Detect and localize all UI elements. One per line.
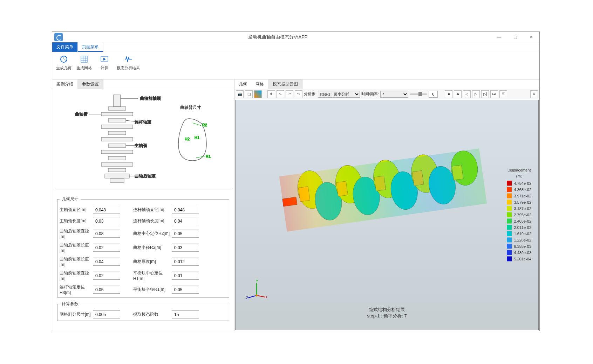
legend-row: 5.201e-04 [507,256,531,262]
geom-input[interactable] [93,217,120,225]
svg-point-48 [255,294,258,296]
compute-button[interactable]: 计算 [96,54,113,71]
svg-text:X: X [266,295,267,299]
geom-label: 曲柄半径R2[m] [133,245,172,251]
geom-input[interactable] [172,286,199,294]
step-select[interactable]: step-1 : 频率分析 [318,91,360,98]
legend-row: 1.619e-02 [507,231,531,237]
next-frame-icon[interactable]: ▷| [481,90,489,98]
geom-input[interactable] [172,258,199,266]
svg-text:Y: Y [256,280,258,283]
svg-rect-1 [81,56,87,62]
legend-value: 8.358e-03 [514,244,531,248]
axis-triad: Y X Z [246,280,267,302]
result-caption: 隐式结构分析结果 step-1 : 频率分析: 7 [367,307,407,319]
modal-result-button[interactable]: 模态分析结果 [116,54,141,71]
svg-line-33 [192,123,201,126]
geom-input[interactable] [172,230,199,238]
minimize-button[interactable]: — [491,32,507,42]
gen-geometry-label: 生成几何 [56,65,71,71]
geom-label: 曲轴后轴颈直径[m] [60,228,93,239]
modes-input[interactable] [172,310,199,318]
play-icon[interactable]: ▷ [472,90,480,98]
last-frame-icon[interactable]: ⏭ [490,90,498,98]
menu-file[interactable]: 文件菜单 [52,42,78,52]
geom-input[interactable] [93,206,120,214]
legend-swatch [507,181,512,186]
schematic-diagram: 曲轴前轴颈 曲轴臂 连杆轴颈 主轴颈 曲轴后轴颈 曲轴臂尺寸 R2 [56,91,231,189]
geom-label: 主轴颈直径[m] [60,207,93,213]
geom-label: 主轴颈长度[m] [60,218,93,224]
geom-input[interactable] [93,272,120,280]
legend-swatch [507,187,512,192]
axes-icon[interactable]: ⤡ [277,90,284,98]
tab-mesh[interactable]: 网格 [251,79,268,89]
geom-input[interactable] [172,217,199,225]
geom-input[interactable] [93,230,120,238]
svg-rect-9 [108,131,126,135]
calc-legend: 计算参数 [60,301,81,307]
legend-row: 2.011e-02 [507,224,531,231]
calc-fieldset: 计算参数 网格剖分尺寸[m] 提取模态阶数 [57,301,229,321]
svg-rect-14 [101,163,133,166]
geom-label: 曲轴前轴颈直径[m] [60,270,93,281]
tab-params[interactable]: 参数设置 [77,79,103,89]
geom-input[interactable] [172,206,199,214]
legend-value: 3.579e-02 [514,200,531,204]
legend-row: 4.439e-03 [507,250,531,256]
waveform-icon [123,54,133,64]
legend-row: 2.795e-02 [507,212,531,218]
geom-input[interactable] [93,258,120,266]
time-select[interactable]: 7 [380,91,408,98]
rotate-ccw-icon[interactable]: ↶ [286,90,293,98]
legend-swatch [507,200,512,205]
rotate-cw-icon[interactable]: ↷ [295,90,302,98]
view-cube-icon[interactable]: ◫ [245,90,253,98]
svg-text:Z: Z [246,296,248,300]
legend-swatch [507,219,512,224]
close-button[interactable]: ✕ [523,32,539,42]
pan-icon[interactable]: ✥ [267,90,275,98]
geom-label: 连杆轴颈长度[m] [133,218,172,224]
frame-number[interactable] [429,91,438,98]
geom-input[interactable] [172,272,199,280]
collapse-icon[interactable]: » [530,90,538,98]
legend-swatch [507,206,512,211]
tab-intro[interactable]: 案例介绍 [52,79,77,89]
record-icon[interactable]: ■ [445,90,452,98]
first-frame-icon[interactable]: ⏮ [454,90,462,98]
svg-text:R1: R1 [206,154,211,159]
legend-value: 3.187e-02 [514,206,531,211]
mesh-size-label: 网格剖分尺寸[m] [60,312,93,317]
geom-label: 曲柄厚度[m] [133,259,172,265]
svg-line-44 [257,295,265,297]
svg-marker-3 [103,58,106,61]
export-icon[interactable]: ⇱ [499,90,507,98]
menu-page[interactable]: 页面菜单 [78,42,103,52]
legend-value: 1.619e-02 [514,232,531,236]
svg-text:曲轴前轴颈: 曲轴前轴颈 [140,96,161,101]
camera-icon[interactable]: 📷 [236,90,244,98]
geom-input[interactable] [93,244,120,252]
legend-value: 2.403e-02 [514,219,531,223]
legend-value: 4.439e-03 [514,251,531,255]
legend-swatch [507,194,512,198]
geom-input[interactable] [172,244,199,252]
gen-geometry-button[interactable]: 生成几何 [55,54,73,71]
tab-geometry[interactable]: 几何 [234,79,251,89]
maximize-button[interactable]: ▢ [507,32,523,42]
prev-frame-icon[interactable]: ◁ [463,90,471,98]
svg-text:H1: H1 [195,135,199,140]
mesh-size-input[interactable] [93,310,120,318]
geom-input[interactable] [93,286,120,294]
tab-contour[interactable]: 模态振型云图 [268,79,302,89]
legend-swatch [507,212,512,217]
frame-slider[interactable] [410,93,427,95]
shading-icon[interactable] [254,90,262,98]
svg-rect-16 [105,174,129,178]
geom-label: 曲轴前轴颈长度[m] [60,256,93,267]
left-pane: 案例介绍 参数设置 [52,79,234,331]
gen-mesh-button[interactable]: 生成网格 [75,54,93,71]
result-canvas[interactable]: Y X Z 隐式结构分析结果 step-1 : 频率分析: 7 Displace… [235,100,539,330]
geom-label: 连杆轴颈定位H3[m] [60,284,93,295]
